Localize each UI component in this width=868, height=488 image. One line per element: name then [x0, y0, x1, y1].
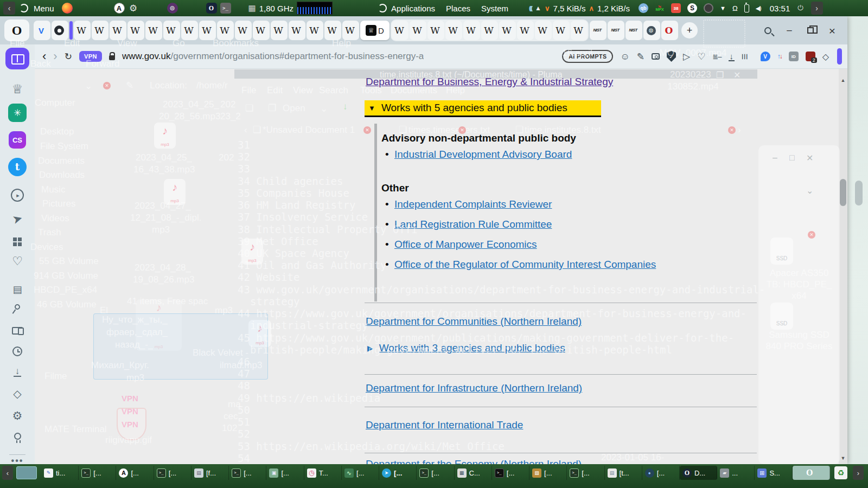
taskbar-window-button[interactable]: ▦C... [455, 466, 492, 480]
taskbar-window-button[interactable]: >_[... [417, 466, 454, 480]
taskbar-window-button[interactable]: O [793, 466, 830, 480]
dept-infrastructure-link[interactable]: Department for Infrastructure (Northern … [366, 382, 582, 394]
vpn-badge[interactable]: VPN [79, 51, 102, 62]
agency-link[interactable]: Office of Manpower Economics [394, 239, 537, 250]
system-menu[interactable]: System [481, 4, 508, 13]
power-icon[interactable]: ⏻ [797, 4, 803, 12]
notifications-bell-icon[interactable]: Ω [732, 4, 738, 12]
ai-prompts-button[interactable]: AI PROMPTS [562, 50, 613, 63]
browser-tab[interactable]: ◍ [643, 21, 660, 40]
taskbar-window-button[interactable]: ➤[... [379, 466, 417, 480]
taskbar-window-button[interactable]: >_[... [229, 466, 266, 480]
clock[interactable]: 03:51 [770, 4, 790, 13]
sidebar-icon[interactable]: ▸ [0, 184, 35, 206]
cube-extension-icon[interactable]: ◇ [822, 52, 829, 62]
dept-beis-link[interactable]: Department for Business, Energy & Indust… [366, 76, 613, 88]
taskbar-window-button[interactable]: ●[... [642, 466, 680, 480]
sidebar-icon[interactable]: ♡ [0, 251, 35, 272]
browser-tab[interactable]: NIST [626, 21, 642, 40]
taskbar-window-button[interactable]: >_[... [154, 466, 192, 480]
browser-tab[interactable]: W [392, 21, 409, 40]
browser-tab[interactable]: W [481, 21, 498, 40]
browser-tab[interactable]: W [289, 21, 305, 40]
settings-app-icon[interactable]: ⚙ [128, 3, 139, 14]
sidebar-icon[interactable] [0, 341, 35, 362]
browser-tab[interactable]: W [553, 21, 570, 40]
taskbar-window-button[interactable]: ⊞S... [755, 466, 792, 480]
sidebar-icon[interactable]: CS [0, 129, 35, 151]
dept-economy-link[interactable]: Department for the Economy (Northern Ire… [366, 458, 582, 464]
trash-icon[interactable]: ♻ [834, 466, 847, 479]
reload-icon[interactable]: ↻ [65, 51, 72, 62]
opera-launcher-icon[interactable]: O [206, 3, 217, 14]
tor-browser-icon[interactable]: ⊚ [167, 3, 178, 14]
workspace-switcher[interactable] [16, 466, 37, 479]
menu-button[interactable]: Menu [34, 4, 54, 13]
agency-link[interactable]: Industrial Development Advisory Board [394, 149, 572, 160]
taskbar-right-chevron[interactable]: › [853, 466, 864, 480]
vpn-extension-icon[interactable]: V [761, 52, 770, 61]
badge-extension-icon[interactable]: 2 [806, 52, 815, 61]
browser-tab[interactable]: W [110, 21, 126, 40]
browser-tab[interactable]: NIST [590, 21, 607, 40]
sidebar-icon[interactable]: ↓ [0, 361, 35, 383]
browser-tab[interactable]: W [253, 21, 270, 40]
wifi-tray-icon[interactable]: ▼ [720, 5, 726, 11]
dept-communities-link[interactable]: Department for Communities (Northern Ire… [366, 316, 582, 328]
sidebar-icon[interactable] [0, 320, 35, 342]
search-app-icon[interactable]: A [114, 3, 125, 14]
panel-back-chevron[interactable]: ‹ [3, 2, 15, 15]
taskbar-window-button[interactable]: A[... [116, 466, 154, 480]
dark-tray-icon[interactable] [704, 3, 713, 13]
page-scrollbar[interactable]: ▲ ▼ [839, 69, 847, 464]
mate-menu-icon[interactable] [18, 3, 29, 14]
taskbar-window-button[interactable]: ◷T... [304, 466, 342, 480]
browser-tab[interactable]: NIST [608, 21, 624, 40]
panel-forward-chevron[interactable]: › [811, 2, 823, 15]
browser-tab[interactable]: W [427, 21, 444, 40]
sidebar-icon[interactable] [0, 48, 35, 69]
browser-tab[interactable]: W [463, 21, 480, 40]
browser-tab[interactable]: W [145, 21, 162, 40]
browser-tab[interactable]: W [445, 21, 462, 40]
back-icon[interactable]: ‹ [42, 50, 46, 62]
tune-sliders-icon[interactable]: ☰ [741, 53, 749, 60]
communities-agencies-toggle[interactable]: ▶ Works with 3 agencies and public bodie… [367, 342, 565, 354]
browser-tab[interactable]: W [271, 21, 288, 40]
browser-tab[interactable]: W [217, 21, 234, 40]
system-monitor-graph[interactable] [297, 2, 333, 15]
snapshot-camera-icon[interactable] [652, 53, 660, 60]
downloader-extension-icon[interactable]: ↑↓ [777, 53, 782, 60]
volume-icon[interactable]: ◀) [756, 5, 761, 12]
mpx-tray-icon[interactable]: ϞMPX [655, 3, 665, 13]
sidebar-icon[interactable]: ⚙ [0, 404, 35, 426]
sidebar-icon[interactable]: ◇ [0, 383, 35, 404]
compose-icon[interactable]: ✎ [637, 52, 644, 61]
scrollbar-thumb[interactable] [840, 179, 846, 206]
browser-tab[interactable]: W [517, 21, 534, 40]
browser-tab[interactable]: W [307, 21, 323, 40]
browser-tab[interactable]: W [181, 21, 198, 40]
sidebar-icon[interactable]: t [0, 156, 35, 178]
browser-tab[interactable]: W [235, 21, 252, 40]
places-menu[interactable]: Places [446, 4, 470, 13]
taskbar-window-button[interactable]: ✎ti... [41, 466, 79, 480]
battery-icon[interactable] [744, 4, 749, 12]
browser-tab[interactable]: O [661, 21, 678, 40]
taskbar-window-button[interactable]: >_[... [492, 466, 529, 480]
sidebar-icon[interactable]: ➤ [0, 208, 35, 230]
sidebar-icon[interactable]: ♕ [0, 78, 35, 100]
dept-trade-link[interactable]: Department for International Trade [366, 419, 523, 431]
reading-list-icon[interactable]: ≣– [712, 53, 721, 61]
agency-link[interactable]: Independent Complaints Reviewer [394, 198, 552, 210]
browser-tab[interactable]: W [499, 21, 516, 40]
adblock-shield-icon[interactable]: ✓ [667, 51, 676, 62]
download-icon[interactable]: ↓ [729, 52, 735, 61]
firefox-icon[interactable] [62, 3, 73, 14]
forward-icon[interactable]: › [53, 50, 57, 62]
tab-search-icon[interactable] [764, 27, 771, 34]
taskbar-window-button[interactable]: >_[... [567, 466, 604, 480]
bookmark-heart-icon[interactable]: ♡ [697, 52, 705, 61]
send-to-device-icon[interactable]: ▷ [683, 52, 690, 61]
taskbar-window-button[interactable]: ▤[f... [192, 466, 229, 480]
